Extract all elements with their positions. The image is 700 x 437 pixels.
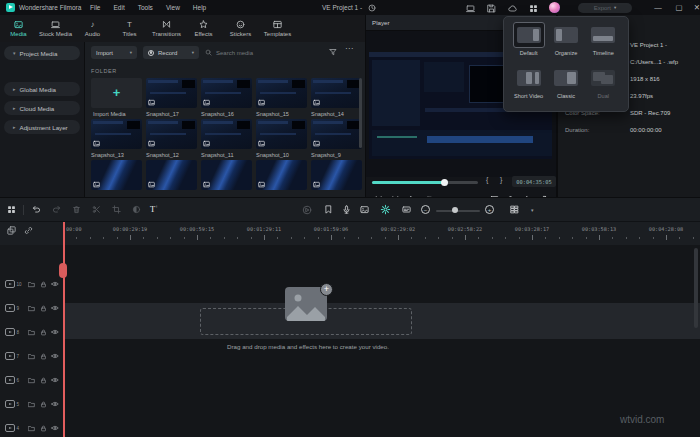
media-scrollbar[interactable] [359, 78, 362, 148]
media-thumb-Snapshot_17[interactable] [146, 78, 197, 108]
sidebar-item-global-media[interactable]: ▸ Global Media [4, 82, 80, 96]
folder-icon[interactable] [28, 377, 35, 384]
eye-icon[interactable] [51, 424, 59, 432]
media-browser-icon[interactable] [7, 205, 16, 214]
tab-transitions[interactable]: Transitions [148, 20, 185, 37]
tab-titles[interactable]: TTitles [111, 20, 148, 37]
folder-icon[interactable] [28, 401, 35, 408]
timeline-ruler[interactable]: 00:0000:00:29:1900:00:59:1500:01:29:1100… [0, 222, 700, 245]
tab-stickers[interactable]: Stickers [222, 20, 259, 37]
chevron-down-icon[interactable]: ▾ [531, 207, 534, 213]
layout-option-short[interactable]: Short Video [510, 65, 547, 108]
mark-out-button[interactable]: } [500, 176, 502, 183]
eye-icon[interactable] [51, 280, 59, 288]
media-thumb[interactable] [201, 160, 252, 190]
eye-icon[interactable] [51, 400, 59, 408]
folder-icon[interactable] [28, 305, 35, 312]
render-preview-icon[interactable] [302, 205, 312, 215]
manage-tracks-icon[interactable] [510, 205, 519, 214]
zoom-out-icon[interactable]: − [421, 205, 430, 214]
media-thumb-Snapshot_9[interactable] [311, 119, 362, 149]
playhead-line[interactable] [63, 222, 65, 437]
mask-icon[interactable] [132, 205, 141, 214]
maximize-button[interactable]: ▢ [671, 0, 687, 15]
record-button[interactable]: Record▾ [143, 46, 199, 59]
crop-icon[interactable] [112, 205, 121, 214]
tab-stock-media[interactable]: Stock Media [37, 20, 74, 37]
tab-templates[interactable]: Templates [259, 20, 296, 37]
snapshot-icon[interactable] [360, 205, 369, 214]
add-text-tool[interactable]: T+ [150, 204, 158, 214]
layout-option-timeline[interactable]: Timeline [585, 22, 622, 65]
eye-icon[interactable] [51, 304, 59, 312]
media-thumb-Snapshot_14[interactable] [311, 78, 362, 108]
menu-file[interactable]: File [90, 4, 100, 11]
menu-help[interactable]: Help [193, 4, 206, 11]
media-thumb[interactable] [311, 160, 362, 190]
media-thumb[interactable] [91, 160, 142, 190]
delete-icon[interactable] [72, 205, 81, 214]
lock-icon[interactable] [40, 377, 47, 384]
export-button[interactable]: Export▾ [578, 3, 632, 13]
folder-icon[interactable] [28, 281, 35, 288]
playback-slider-knob[interactable] [441, 179, 448, 186]
cloud-icon[interactable] [508, 4, 517, 13]
filter-icon[interactable] [329, 48, 337, 56]
media-thumb-Snapshot_10[interactable] [256, 119, 307, 149]
timeline-scrollbar[interactable] [694, 248, 698, 328]
minimize-button[interactable]: — [650, 0, 666, 15]
marker-icon[interactable] [324, 205, 333, 214]
menu-edit[interactable]: Edit [113, 4, 124, 11]
captions-icon[interactable] [402, 205, 411, 214]
lock-icon[interactable] [40, 281, 47, 288]
screen-layout-icon[interactable] [466, 4, 475, 13]
redo-icon[interactable] [52, 205, 61, 214]
media-thumb-Snapshot_13[interactable] [91, 119, 142, 149]
menu-tools[interactable]: Tools [138, 4, 153, 11]
folder-icon[interactable] [28, 425, 35, 432]
import-button[interactable]: Import▾ [91, 46, 137, 59]
close-button[interactable]: ✕ [689, 0, 700, 15]
layout-option-classic[interactable]: Classic [547, 65, 584, 108]
workspace-grid-icon[interactable] [529, 4, 538, 13]
sidebar-item-project-media[interactable]: ▾ Project Media [4, 46, 80, 60]
media-thumb-Snapshot_11[interactable] [201, 119, 252, 149]
lock-icon[interactable] [40, 305, 47, 312]
sidebar-item-adjustment-layer[interactable]: ▸ Adjustment Layer [4, 120, 80, 134]
timeline-zoom-knob[interactable] [452, 207, 458, 213]
save-icon[interactable] [487, 4, 496, 13]
mark-in-button[interactable]: { [486, 176, 488, 183]
tab-effects[interactable]: Effects [185, 20, 222, 37]
media-thumb-Snapshot_16[interactable] [201, 78, 252, 108]
folder-icon[interactable] [28, 329, 35, 336]
media-thumb[interactable] [256, 160, 307, 190]
avatar[interactable] [549, 2, 560, 13]
zoom-in-icon[interactable]: + [485, 205, 494, 214]
import-media-tile[interactable]: + [91, 78, 142, 108]
media-thumb[interactable] [146, 160, 197, 190]
layout-option-organize[interactable]: Organize [547, 22, 584, 65]
more-options-icon[interactable]: ⋯ [345, 44, 353, 53]
lock-icon[interactable] [40, 425, 47, 432]
folder-icon[interactable] [28, 353, 35, 360]
timeline-zoom-slider[interactable] [436, 210, 480, 212]
search-input[interactable]: Search media [205, 46, 253, 59]
undo-icon[interactable] [32, 205, 41, 214]
sidebar-item-cloud-media[interactable]: ▸ Cloud Media [4, 101, 80, 115]
eye-icon[interactable] [51, 328, 59, 336]
history-clock-icon[interactable] [368, 4, 376, 12]
lock-icon[interactable] [40, 353, 47, 360]
tab-media[interactable]: Media [0, 20, 37, 37]
auto-ripple-link-icon[interactable] [24, 226, 33, 235]
menu-view[interactable]: View [166, 4, 180, 11]
snap-icon[interactable] [7, 226, 16, 235]
lock-icon[interactable] [40, 401, 47, 408]
split-scissors-icon[interactable] [92, 205, 101, 214]
layout-option-default[interactable]: Default [510, 22, 547, 65]
media-thumb-Snapshot_12[interactable] [146, 119, 197, 149]
eye-icon[interactable] [51, 376, 59, 384]
media-thumb-Snapshot_15[interactable] [256, 78, 307, 108]
tab-audio[interactable]: ♪Audio [74, 20, 111, 37]
eye-icon[interactable] [51, 352, 59, 360]
lock-icon[interactable] [40, 329, 47, 336]
